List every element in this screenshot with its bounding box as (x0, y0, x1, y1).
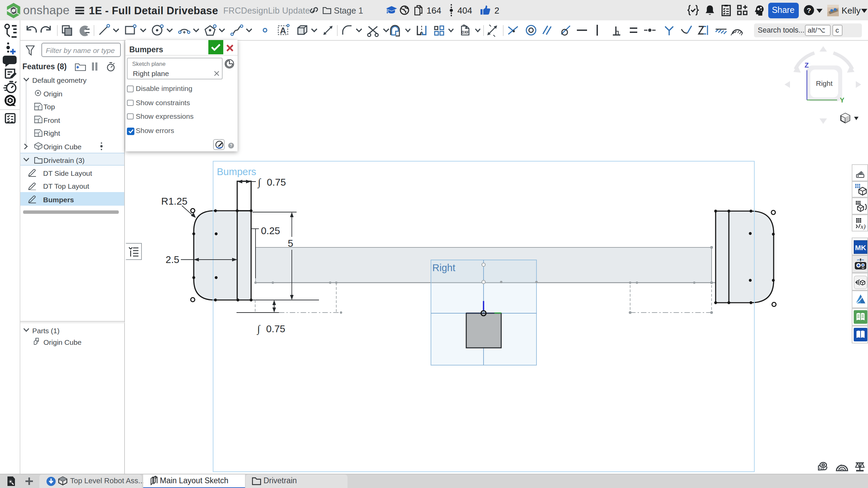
svg-text:Y: Y (840, 96, 845, 104)
svg-text:DXF: DXF (462, 30, 469, 34)
svg-text:Search tools...: Search tools... (758, 26, 805, 34)
svg-text:A: A (280, 26, 286, 35)
svg-text:c: c (835, 26, 839, 34)
svg-text:x): x) (860, 223, 865, 230)
svg-text:∫ 0.75: ∫ 0.75 (257, 323, 285, 335)
svg-text:?: ? (807, 6, 811, 14)
svg-text:2.5: 2.5 (166, 254, 179, 265)
svg-text:5: 5 (288, 238, 293, 249)
svg-text:alt/⌥: alt/⌥ (808, 26, 825, 34)
svg-text:Bumpers: Bumpers (217, 166, 256, 177)
svg-text:Right: Right (432, 262, 455, 273)
svg-text:Z: Z (805, 61, 809, 69)
svg-text:Right: Right (816, 79, 832, 87)
svg-text:?: ? (230, 143, 232, 148)
svg-text:MK: MK (855, 243, 866, 251)
svg-text:R1.25: R1.25 (161, 196, 187, 207)
svg-text:0.25: 0.25 (261, 225, 280, 236)
svg-text:∫ 0.75: ∫ 0.75 (257, 176, 286, 189)
